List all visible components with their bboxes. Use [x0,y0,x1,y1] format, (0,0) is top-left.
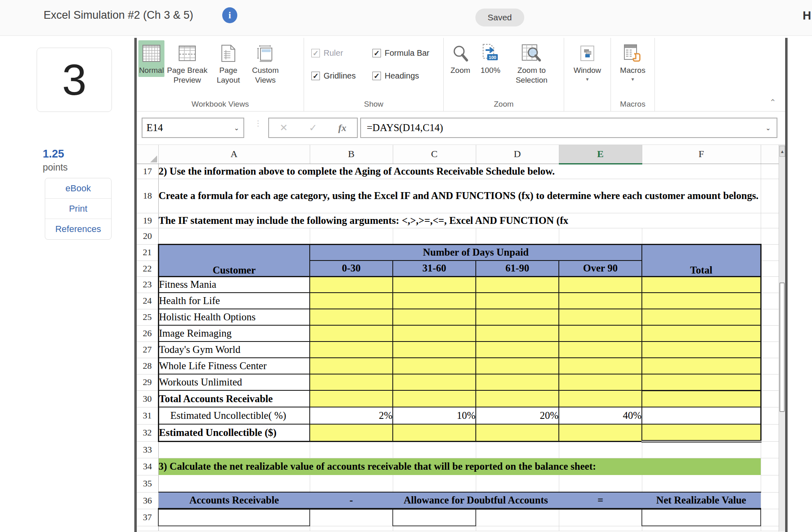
collapse-ribbon-icon[interactable]: ⌃ [769,97,776,107]
row-header[interactable]: 26 [137,325,158,342]
row-header[interactable]: 36 [137,492,158,509]
name-box[interactable]: E14 ⌄ [142,118,244,138]
select-all-corner[interactable] [137,145,158,164]
row-header[interactable]: 30 [137,390,158,407]
custom-views-button[interactable]: Custom Views [247,40,284,87]
row-header[interactable]: 20 [137,228,158,244]
ribbon-group-workbook-views: Normal Page Break Preview [137,38,304,111]
uncollectible-total-cell[interactable] [642,424,761,441]
allowance-header[interactable]: Allowance for Doubtful Accounts [393,492,559,509]
formula-bar-checkbox[interactable]: ✓ Formula Bar [372,48,429,58]
references-link[interactable]: References [45,219,111,239]
pct-cell-0-30[interactable]: 2% [310,407,393,424]
print-link[interactable]: Print [45,199,111,219]
svg-text:100: 100 [489,55,496,60]
vertical-scrollbar[interactable]: ▲ [779,145,785,532]
customer-name-cell[interactable]: Whole Life Fitness Center [158,358,310,374]
column-header-c[interactable]: C [393,145,476,164]
uncollectible-dollar-label[interactable]: Estimated Uncollectible ($) [158,424,310,441]
gridlines-checkbox[interactable]: ✓ Gridlines [311,71,356,81]
enter-icon[interactable]: ✓ [309,122,317,134]
row-header[interactable]: 31 [137,407,158,424]
points-label: points [43,162,68,173]
row-header[interactable]: 35 [137,475,158,492]
accounts-receivable-header[interactable]: Accounts Receivable [158,492,310,509]
ebook-link[interactable]: eBook [45,178,111,199]
column-header-a[interactable]: A [158,145,310,164]
customer-name-cell[interactable]: Fitness Mania [158,276,310,293]
grand-total-cell[interactable] [642,390,761,407]
uncollectible-pct-label[interactable]: Estimated Uncollectible( %) [158,407,310,424]
customer-name-cell[interactable]: Holistic Health Options [158,309,310,325]
row-header[interactable]: 25 [137,309,158,325]
row-header[interactable]: 22 [137,261,158,276]
row-header[interactable]: 27 [137,342,158,358]
bucket-header-0-30[interactable]: 0-30 [310,261,393,276]
row-header[interactable]: 23 [137,276,158,293]
window-button[interactable]: Window ▾ [568,40,607,84]
normal-view-button[interactable]: Normal [138,40,164,77]
row-header[interactable]: 19 [137,213,158,228]
bucket-header-61-90[interactable]: 61-90 [476,261,559,276]
row-header[interactable]: 18 [137,179,158,213]
pct-cell-over-90[interactable]: 40% [559,407,642,424]
info-icon[interactable]: i [222,7,237,23]
row-header[interactable]: 21 [137,244,158,261]
customer-name-cell[interactable]: Workouts Unlimited [158,374,310,390]
row-header[interactable]: 33 [137,441,158,458]
column-header-d[interactable]: D [476,145,559,164]
customer-name-cell[interactable]: Today's Gym World [158,342,310,358]
customer-name-cell[interactable]: Health for Life [158,293,310,309]
cell-a18-instruction[interactable]: Create a formula for each age category, … [158,179,761,213]
pct-cell-61-90[interactable]: 20% [476,407,559,424]
ruler-checkbox[interactable]: ✓ Ruler [311,48,343,58]
zoom-button[interactable]: Zoom [445,40,475,77]
scrollbar-thumb[interactable] [779,282,785,412]
column-header-f[interactable]: F [642,145,761,164]
page-layout-button[interactable]: Page Layout [210,40,247,87]
macros-button[interactable]: Macros ▾ [614,40,652,84]
allowance-input-cell[interactable] [393,509,476,526]
minus-sign-cell[interactable]: - [310,492,393,509]
page-break-preview-button[interactable]: Page Break Preview [164,40,210,87]
customer-header-cell[interactable]: Customer [158,244,310,276]
accounts-receivable-input-cell[interactable] [158,509,310,526]
cell-a34-instruction[interactable]: 3) Calculate the net realizable value of… [158,458,761,475]
row-header[interactable]: 24 [137,293,158,309]
bucket-header-over-90[interactable]: Over 90 [559,261,642,276]
status-badge-saved: Saved [475,9,524,26]
input-cell[interactable] [310,276,393,293]
row-header[interactable]: 17 [137,164,158,179]
row-header[interactable]: 32 [137,424,158,441]
row-header[interactable]: 28 [137,358,158,374]
zoom-100-button[interactable]: 100 100% [475,40,506,77]
equals-sign-cell[interactable]: = [559,492,642,509]
customer-name-cell[interactable]: Image Reimaging [158,325,310,342]
insert-function-icon[interactable]: fx [338,123,346,134]
pct-cell-31-60[interactable]: 10% [393,407,476,424]
group-label-macros: Macros [611,100,654,109]
row-header[interactable]: 34 [137,458,158,475]
total-input-cell[interactable] [642,276,761,293]
days-unpaid-header-cell[interactable]: Number of Days Unpaid [310,244,642,261]
formula-input[interactable]: =DAYS(D14,C14) ⌄ [360,118,777,138]
chevron-down-icon[interactable]: ⌄ [234,124,239,132]
column-header-b[interactable]: B [310,145,393,164]
net-realizable-value-header[interactable]: Net Realizable Value [642,492,761,509]
total-header-cell[interactable]: Total [642,244,761,276]
scroll-up-icon[interactable]: ▲ [779,146,785,157]
chevron-down-icon[interactable]: ⌄ [766,124,771,132]
column-header-e-selected[interactable]: E [559,145,642,164]
row-header[interactable]: 37 [137,509,158,526]
row-header[interactable]: 29 [137,374,158,390]
headings-checkbox[interactable]: ✓ Headings [372,71,419,81]
empty-cell[interactable] [158,228,310,244]
cell-a17-instruction[interactable]: 2) Use the information above to complete… [158,164,761,179]
net-realizable-value-input-cell[interactable] [642,509,761,526]
bucket-header-31-60[interactable]: 31-60 [393,261,476,276]
help-link-partial[interactable]: H [803,9,811,22]
cell-a19-instruction[interactable]: The IF statement may include the followi… [158,213,761,228]
zoom-to-selection-button[interactable]: Zoom to Selection [506,40,558,87]
total-accounts-receivable-label[interactable]: Total Accounts Receivable [158,390,310,407]
cancel-icon[interactable]: ✕ [280,122,288,134]
